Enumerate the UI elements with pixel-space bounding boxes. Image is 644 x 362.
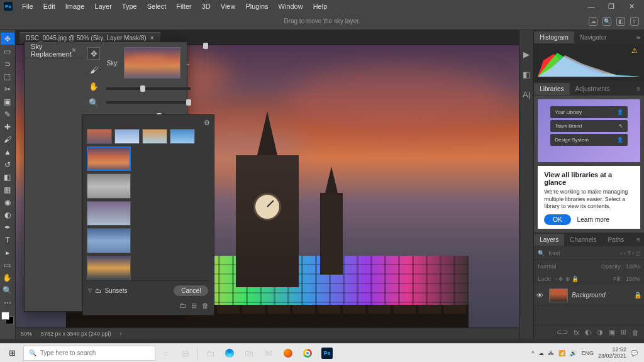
brush-tool[interactable]: 🖌 [1, 133, 14, 145]
path-select-tool[interactable]: ▸ [1, 246, 14, 258]
sky-move-tool[interactable]: ✥ [87, 47, 100, 60]
menu-3d[interactable]: 3D [197, 1, 215, 11]
close-tab-icon[interactable]: × [150, 35, 154, 41]
shift-edge-slider[interactable] [106, 87, 190, 90]
library-card[interactable]: Your Library👤 [550, 106, 628, 118]
lasso-tool[interactable]: ⊃ [1, 58, 14, 70]
lock-icon[interactable]: 🔒 [634, 292, 641, 299]
layer-row[interactable]: 👁 Background 🔒 [534, 285, 644, 305]
swatches-panel-icon[interactable]: ◧ [521, 69, 531, 79]
window-minimize[interactable]: — [582, 1, 600, 11]
menu-image[interactable]: Image [61, 1, 89, 11]
layer-name[interactable]: Background [572, 292, 605, 299]
preset-thumb[interactable] [170, 129, 195, 144]
hand-tool[interactable]: ✋ [1, 272, 14, 283]
eraser-tool[interactable]: ◧ [1, 171, 14, 183]
crop-tool[interactable]: ✂ [1, 83, 14, 95]
onedrive-icon[interactable]: ☁ [538, 350, 544, 356]
menu-edit[interactable]: Edit [39, 1, 60, 11]
zoom-level[interactable]: 50% [21, 331, 32, 337]
preset-thumb[interactable] [87, 256, 131, 280]
cancel-button[interactable]: Cancel [173, 285, 209, 297]
task-view-icon[interactable]: ⊟ [177, 345, 194, 361]
volume-icon[interactable]: 🔊 [570, 350, 577, 356]
window-close[interactable]: ✕ [623, 1, 640, 11]
color-swatches[interactable] [1, 312, 14, 324]
tab-histogram[interactable]: Histogram [534, 31, 574, 43]
preset-group-name[interactable]: Sunsets [104, 287, 127, 294]
menu-select[interactable]: Select [143, 1, 171, 11]
cortana-icon[interactable]: ○ [157, 345, 175, 361]
preset-settings-icon[interactable]: ⚙ [204, 119, 210, 127]
gradient-tool[interactable]: ▦ [1, 184, 14, 195]
ok-button[interactable]: OK [544, 214, 570, 225]
language-indicator[interactable]: ENG [581, 350, 594, 356]
panel-menu-icon[interactable]: ≡ [633, 236, 644, 243]
fade-edge-slider[interactable] [106, 101, 190, 104]
edit-toolbar[interactable]: ⋯ [1, 297, 14, 309]
share-icon[interactable]: ⇪ [630, 17, 639, 26]
cloud-icon[interactable]: ☁ [589, 17, 597, 26]
fill-value[interactable]: 100% [626, 276, 640, 282]
learn-more-link[interactable]: Learn more [577, 216, 609, 223]
library-card[interactable]: Team Brand↖ [550, 120, 628, 132]
explorer-icon[interactable]: 🗀 [201, 345, 219, 361]
preset-thumb[interactable] [87, 173, 131, 198]
sky-zoom-tool[interactable]: 🔍 [87, 96, 100, 109]
preset-thumb-selected[interactable] [87, 146, 131, 171]
tab-libraries[interactable]: Libraries [534, 83, 569, 95]
store-icon[interactable]: 🛍 [240, 345, 258, 361]
taskbar-clock[interactable]: 12:52 23/02/2021 [598, 347, 626, 359]
preset-thumb[interactable] [87, 201, 131, 226]
type-tool[interactable]: T [1, 234, 14, 246]
tray-chevron-icon[interactable]: ^ [531, 350, 534, 356]
preset-thumb[interactable] [87, 129, 112, 144]
move-tool[interactable]: ✥ [1, 33, 14, 45]
history-brush-tool[interactable]: ↺ [1, 158, 14, 170]
stamp-tool[interactable]: ▲ [1, 146, 14, 158]
dodge-tool[interactable]: ◐ [1, 209, 14, 221]
chrome-icon[interactable] [299, 345, 316, 361]
panel-menu-icon[interactable]: ≡ [633, 34, 644, 41]
opacity-value[interactable]: 100% [626, 263, 640, 270]
preset-thumb[interactable] [87, 228, 131, 253]
sky-hand-tool[interactable]: ✋ [87, 80, 100, 92]
search-icon[interactable]: 🔍 [602, 17, 611, 26]
library-card[interactable]: Design System👤 [550, 134, 628, 146]
character-panel-icon[interactable]: A| [521, 89, 531, 99]
layer-style-icon[interactable]: fx [574, 329, 579, 336]
new-layer-icon[interactable]: ⊞ [621, 328, 626, 336]
network-icon[interactable]: 🖧 [548, 350, 554, 356]
workspace-icon[interactable]: ◧ [616, 17, 625, 26]
object-select-tool[interactable]: ⬚ [1, 70, 14, 82]
menu-filter[interactable]: Filter [172, 1, 196, 11]
menu-layer[interactable]: Layer [90, 1, 116, 11]
preset-thumb[interactable] [114, 129, 140, 144]
blur-tool[interactable]: ◉ [1, 196, 14, 208]
group-icon[interactable]: ▣ [609, 328, 615, 336]
notifications-icon[interactable]: 💬 [631, 350, 638, 356]
start-button[interactable]: ⊞ [3, 345, 21, 361]
firefox-icon[interactable] [279, 345, 297, 361]
wifi-icon[interactable]: 📶 [558, 350, 565, 356]
photoshop-taskbar-icon[interactable]: Ps [318, 345, 336, 361]
tab-paths[interactable]: Paths [602, 234, 630, 246]
sky-brush-tool[interactable]: 🖌 [87, 63, 100, 76]
delete-layer-icon[interactable]: 🗑 [632, 329, 639, 336]
tab-navigator[interactable]: Navigator [574, 31, 613, 43]
tab-channels[interactable]: Channels [564, 234, 602, 246]
menu-file[interactable]: File [18, 1, 38, 11]
tab-layers[interactable]: Layers [534, 234, 564, 246]
menu-plugins[interactable]: Plugins [241, 1, 272, 11]
healing-tool[interactable]: ✚ [1, 121, 14, 133]
layer-thumbnail[interactable] [549, 288, 568, 302]
layer-filter-kind[interactable]: Kind [548, 250, 560, 256]
chevron-down-icon[interactable]: ⌄ [186, 60, 191, 67]
new-group-icon[interactable]: 🗀 [179, 302, 186, 310]
pen-tool[interactable]: ✒ [1, 221, 14, 233]
new-preset-icon[interactable]: ⊞ [191, 302, 197, 310]
visibility-toggle-icon[interactable]: 👁 [536, 292, 545, 299]
window-restore[interactable]: ❐ [602, 1, 620, 11]
menu-type[interactable]: Type [118, 1, 142, 11]
status-chevron-icon[interactable]: › [120, 331, 122, 337]
